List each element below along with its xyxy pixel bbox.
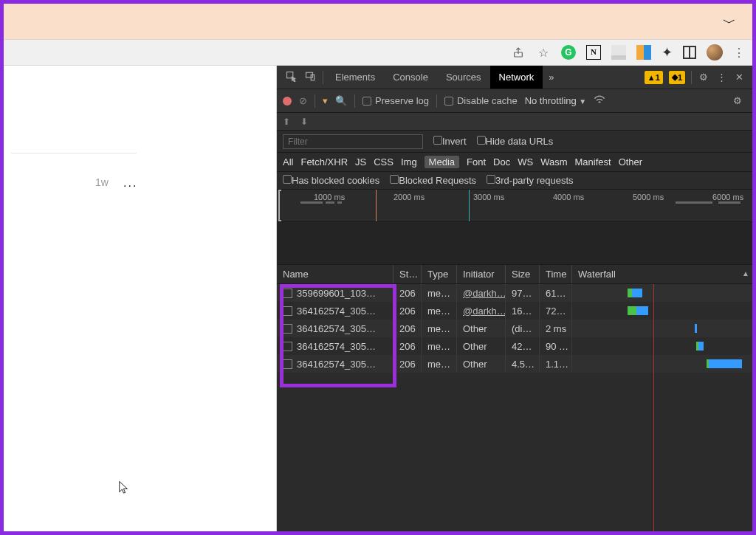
filter-row: Invert Hide data URLs: [277, 131, 752, 153]
record-icon[interactable]: [283, 97, 292, 106]
chip-other[interactable]: Other: [619, 156, 643, 168]
chip-fetch[interactable]: Fetch/XHR: [300, 156, 348, 168]
post-age: 1w: [95, 176, 109, 188]
disable-cache-checkbox[interactable]: Disable cache: [444, 95, 518, 106]
profile-avatar[interactable]: [707, 44, 723, 61]
issues-badge[interactable]: ◆ 1: [669, 71, 685, 84]
extension-unknown-icon[interactable]: [611, 45, 626, 60]
table-header[interactable]: Name St… Type Initiator Size Time Waterf…: [277, 265, 752, 284]
filter-input[interactable]: [283, 134, 423, 149]
tab-network[interactable]: Network: [490, 66, 543, 89]
extension-notion-icon[interactable]: N: [586, 45, 601, 60]
table-row[interactable]: 359699601_103…206me…@darkh…97…61…: [277, 284, 752, 302]
chrome-menu-icon[interactable]: ⋮: [733, 46, 745, 60]
tab-elements[interactable]: Elements: [326, 66, 384, 89]
clear-icon[interactable]: ⊘: [299, 95, 307, 106]
network-conditions-icon[interactable]: [594, 94, 605, 107]
requests-table: Name St… Type Initiator Size Time Waterf…: [277, 265, 752, 531]
tab-console[interactable]: Console: [384, 66, 437, 89]
side-panel-icon[interactable]: [683, 46, 696, 59]
notification-bar: ﹀: [4, 4, 752, 39]
devtools-menu-icon[interactable]: ⋮: [712, 72, 731, 83]
devtools-tab-strip: Elements Console Sources Network » ▲ 1 ◆…: [277, 66, 752, 89]
devtools-panel: Elements Console Sources Network » ▲ 1 ◆…: [277, 66, 752, 531]
chip-font[interactable]: Font: [467, 156, 486, 168]
close-icon[interactable]: ✕: [731, 72, 748, 83]
chip-img[interactable]: Img: [401, 156, 417, 168]
device-toggle-icon[interactable]: [300, 71, 320, 84]
blocked-cookies-checkbox[interactable]: Has blocked cookies: [283, 175, 379, 186]
third-party-checkbox[interactable]: 3rd-party requests: [487, 175, 574, 186]
tabs-overflow-icon[interactable]: »: [543, 72, 560, 83]
col-size: Size: [506, 265, 540, 283]
chip-media[interactable]: Media: [425, 156, 459, 168]
table-row[interactable]: 364162574_305…206me…Other4.5…1.1…: [277, 355, 752, 373]
star-icon[interactable]: ☆: [536, 45, 551, 60]
search-icon[interactable]: 🔍: [335, 95, 347, 106]
inspect-icon[interactable]: [281, 71, 300, 84]
extension-grammarly-icon[interactable]: G: [561, 45, 576, 60]
settings-icon[interactable]: ⚙: [695, 72, 712, 83]
chip-css[interactable]: CSS: [374, 156, 394, 168]
filter-icon[interactable]: ▾: [323, 95, 328, 106]
download-icon[interactable]: ⬇: [300, 117, 308, 127]
chevron-down-icon[interactable]: ﹀: [723, 14, 736, 32]
overview-timeline[interactable]: 1000 ms 2000 ms 3000 ms 4000 ms 5000 ms …: [277, 190, 752, 222]
col-status: St…: [394, 265, 422, 283]
share-icon[interactable]: [511, 45, 526, 60]
preserve-log-checkbox[interactable]: Preserve log: [362, 95, 429, 106]
cursor-icon: [116, 480, 129, 498]
blocked-requests-checkbox[interactable]: Blocked Requests: [390, 175, 476, 186]
extension-colorblock-icon[interactable]: [636, 45, 651, 60]
warnings-badge[interactable]: ▲ 1: [645, 71, 663, 84]
tab-sources[interactable]: Sources: [437, 66, 490, 89]
chip-wasm[interactable]: Wasm: [540, 156, 567, 168]
upload-icon[interactable]: ⬆: [283, 117, 290, 127]
browser-toolbar: ☆ G N ✦ ⋮: [4, 39, 752, 66]
throttling-select[interactable]: No throttling ▼: [525, 95, 587, 106]
post-more-icon[interactable]: ...: [123, 176, 137, 190]
col-name: Name: [277, 265, 394, 283]
chip-js[interactable]: JS: [355, 156, 366, 168]
chip-doc[interactable]: Doc: [493, 156, 510, 168]
table-row[interactable]: 364162574_305…206me…Other42…90 …: [277, 337, 752, 355]
col-initiator: Initiator: [457, 265, 506, 283]
chip-manifest[interactable]: Manifest: [574, 156, 611, 168]
chip-all[interactable]: All: [283, 156, 293, 168]
table-row[interactable]: 364162574_305…206me…@darkh…16…72…: [277, 302, 752, 320]
table-row[interactable]: 364162574_305…206me…Other(di…2 ms: [277, 320, 752, 337]
chip-ws[interactable]: WS: [518, 156, 533, 168]
page-content: 1w ...: [4, 66, 277, 531]
col-type: Type: [422, 265, 457, 283]
invert-checkbox[interactable]: Invert: [433, 136, 467, 147]
network-toolbar: ⊘ ▾ 🔍 Preserve log Disable cache No thro…: [277, 89, 752, 113]
hide-data-urls-checkbox[interactable]: Hide data URLs: [477, 136, 554, 147]
col-waterfall: Waterfall▲: [572, 265, 752, 283]
network-settings-icon[interactable]: ⚙: [729, 95, 746, 106]
extensions-icon[interactable]: ✦: [662, 44, 673, 61]
col-time: Time: [540, 265, 572, 283]
